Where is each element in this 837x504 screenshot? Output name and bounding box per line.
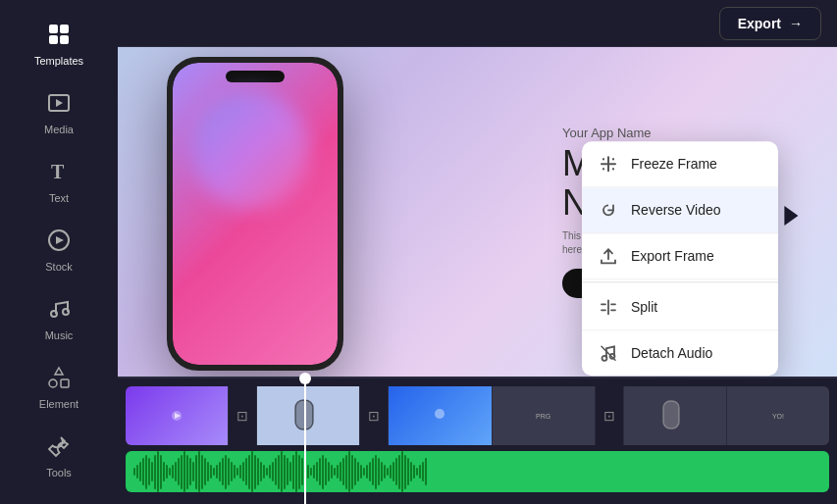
thumb-6: YO! [727,386,829,445]
main-area: Export → Your App Name Meet Our New Ap [118,0,837,504]
thumb-5 [624,386,726,445]
svg-rect-3 [60,35,69,44]
sidebar: Templates Media T Text Stock [0,0,118,504]
text-icon: T [46,159,72,188]
sidebar-item-text[interactable]: T Text [15,149,103,214]
stock-label: Stock [45,261,73,273]
export-frame-label: Export Frame [631,248,714,264]
menu-item-detach-audio[interactable]: Detach Audio [582,330,778,376]
thumb-2 [257,386,359,445]
context-menu: Freeze Frame Reverse Video [582,141,778,376]
svg-rect-12 [607,156,609,172]
svg-rect-2 [49,35,58,44]
clip-divider-1: ⊡ [229,386,256,445]
element-label: Element [39,398,78,410]
svg-rect-15 [602,168,604,170]
phone-frame [167,57,343,371]
svg-rect-0 [49,25,58,33]
menu-item-export-frame[interactable]: Export Frame [582,233,778,279]
svg-point-9 [49,379,57,387]
export-label: Export [738,16,781,31]
svg-point-17 [602,356,607,361]
media-icon [46,90,72,120]
menu-item-freeze-frame[interactable]: Freeze Frame [582,141,778,187]
detach-audio-label: Detach Audio [631,345,712,361]
thumb-3 [389,386,491,445]
video-track[interactable]: ⊡ ⊡ PRG ⊡ [126,386,829,445]
audio-track[interactable] [126,451,829,492]
detach-audio-icon [598,342,619,364]
element-icon [46,365,72,394]
menu-arrow [784,206,798,226]
export-button[interactable]: Export → [719,7,821,40]
export-frame-icon [598,245,619,267]
music-icon [46,296,72,326]
sidebar-item-stock[interactable]: Stock [15,218,103,282]
split-icon [598,296,619,318]
sidebar-item-music[interactable]: Music [15,286,103,351]
canvas-preview: Your App Name Meet Our New App This is a… [118,47,837,377]
reverse-video-icon [598,199,619,221]
waveform [126,451,829,492]
reverse-video-label: Reverse Video [631,202,721,218]
stock-icon [46,227,72,257]
svg-rect-23 [663,401,679,428]
svg-rect-14 [612,158,614,160]
svg-rect-10 [61,379,69,387]
media-label: Media [44,124,74,135]
templates-icon [46,22,72,51]
sidebar-item-element[interactable]: Element [15,355,103,420]
export-arrow-icon: → [789,16,803,31]
menu-item-split[interactable]: Split [582,284,778,330]
svg-rect-13 [602,158,604,160]
phone-decoration [192,92,310,210]
split-label: Split [631,299,657,315]
sidebar-item-tools[interactable]: Tools [15,424,103,488]
playhead-handle [299,373,311,384]
svg-rect-1 [60,25,69,33]
music-label: Music [45,329,74,341]
svg-rect-16 [612,168,614,170]
freeze-frame-icon [598,153,619,175]
menu-divider [582,281,778,282]
tools-label: Tools [46,467,72,479]
svg-text:T: T [51,161,65,182]
svg-point-8 [63,309,69,315]
text-label: Text [49,192,69,204]
thumb-1 [126,386,228,445]
playhead [304,378,306,504]
track-thumbnails: ⊡ ⊡ PRG ⊡ [126,386,829,445]
thumb-4: PRG [493,386,595,445]
top-bar: Export → [118,0,837,47]
templates-label: Templates [34,55,83,67]
tools-icon [46,433,72,463]
svg-point-22 [435,409,445,419]
phone-mockup [167,57,363,377]
phone-screen [173,63,338,365]
sidebar-item-templates[interactable]: Templates [15,12,103,76]
menu-item-reverse-video[interactable]: Reverse Video [582,187,778,233]
clip-divider-3: ⊡ [596,386,623,445]
freeze-frame-label: Freeze Frame [631,156,717,172]
svg-point-7 [51,311,57,317]
app-name: Your App Name [562,126,759,140]
clip-divider-2: ⊡ [360,386,388,445]
timeline-area: ⊡ ⊡ PRG ⊡ [118,377,837,504]
sidebar-item-media[interactable]: Media [15,80,103,145]
